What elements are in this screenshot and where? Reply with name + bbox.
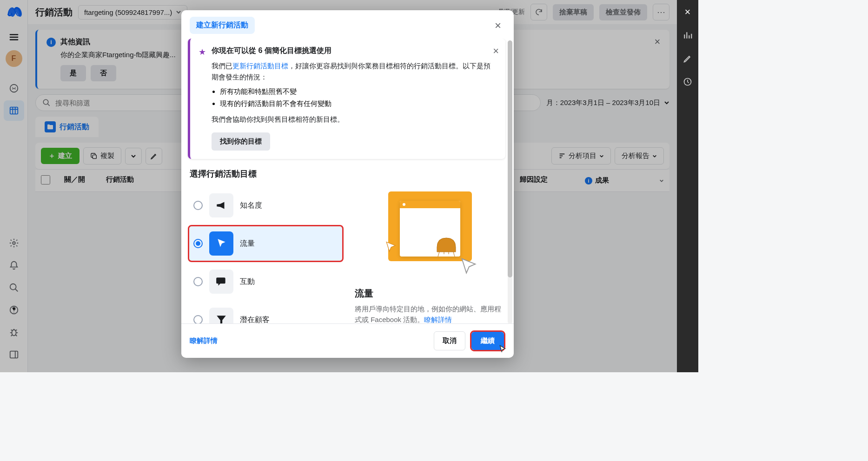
preview-title: 流量 (355, 287, 373, 300)
preview-illustration (379, 187, 481, 280)
radio-unchecked (193, 277, 203, 286)
modal-footer: 瞭解詳情 取消 繼續 (181, 323, 514, 358)
radio-unchecked (193, 201, 203, 210)
callout-bullet: 所有功能和特點照舊不變 (220, 86, 497, 98)
preview-description: 將用戶導向特定目的地，例如你的網站、應用程式或 Facebook 活動。瞭解詳情 (355, 303, 505, 323)
modal-scrollbar[interactable] (508, 40, 512, 324)
objective-traffic[interactable]: 流量 (188, 225, 344, 262)
clock-icon[interactable] (679, 73, 696, 90)
callout-text-1: 我們已更新行銷活動目標，好讓你更容易找到與你業務目標相符的行銷活動目標。以下是預… (212, 60, 497, 83)
mouse-cursor-icon (497, 344, 508, 355)
callout-close[interactable]: × (493, 45, 499, 57)
objective-leads[interactable]: 潛在顧客 (188, 301, 344, 323)
cancel-button[interactable]: 取消 (434, 331, 465, 350)
objective-engagement[interactable]: 互動 (188, 263, 344, 300)
radio-unchecked (193, 315, 203, 323)
callout-link[interactable]: 更新行銷活動目標 (232, 62, 288, 70)
modal-close-button[interactable]: × (490, 18, 505, 33)
modal-title-badge: 建立新行銷活動 (190, 17, 255, 34)
star-icon: ★ (199, 47, 206, 57)
preview-learn-more-link[interactable]: 瞭解詳情 (424, 316, 452, 323)
callout-text-2: 我們會協助你找到與舊目標相符的新目標。 (212, 114, 497, 125)
create-campaign-modal: 建立新行銷活動 × × ★ 你現在可以從 6 個簡化目標挑選使用 我們已更新行銷… (181, 10, 514, 358)
callout-bullet: 現有的行銷活動目前不會有任何變動 (220, 98, 497, 110)
right-sidebar-close[interactable]: × (679, 4, 696, 20)
edit-icon[interactable] (679, 50, 696, 67)
megaphone-icon (209, 193, 233, 217)
chart-icon[interactable] (679, 27, 696, 44)
objectives-list: 知名度 流量 互動 (188, 187, 344, 323)
radio-checked (193, 239, 203, 248)
footer-learn-more[interactable]: 瞭解詳情 (190, 336, 218, 345)
objective-preview: 流量 將用戶導向特定目的地，例如你的網站、應用程式或 Facebook 活動。瞭… (355, 187, 505, 323)
find-objective-button[interactable]: 找到你的目標 (212, 132, 270, 151)
right-sidebar: × (677, 0, 698, 372)
callout-title: 你現在可以從 6 個簡化目標挑選使用 (212, 46, 497, 56)
cursor-icon (209, 231, 233, 256)
section-title: 選擇行銷活動目標 (190, 168, 505, 179)
callout-card: × ★ 你現在可以從 6 個簡化目標挑選使用 我們已更新行銷活動目標，好讓你更容… (188, 39, 505, 159)
objective-awareness[interactable]: 知名度 (188, 187, 344, 224)
funnel-icon (209, 308, 233, 323)
chat-icon (209, 270, 233, 294)
